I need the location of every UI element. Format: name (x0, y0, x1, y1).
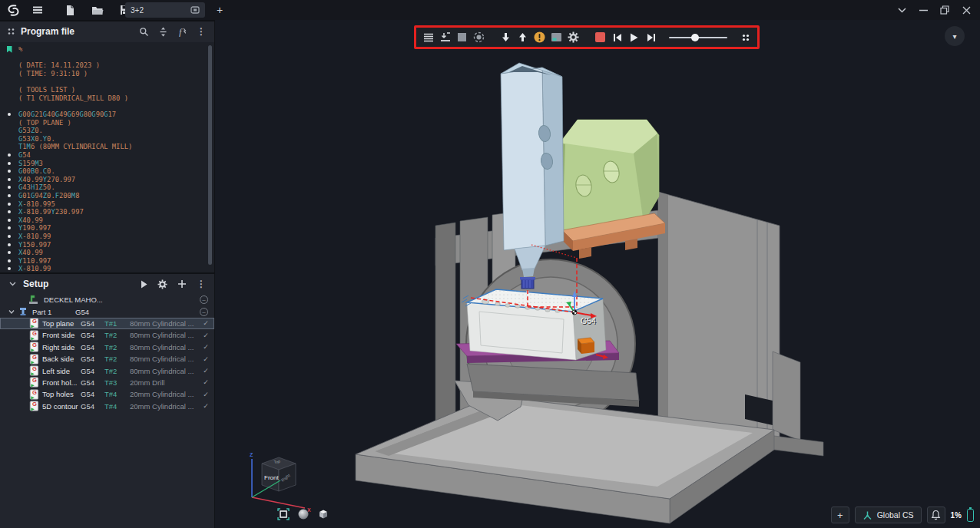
part-expand-chevron[interactable] (6, 310, 17, 314)
skip-to-start-button[interactable] (611, 31, 623, 44)
part-row[interactable]: Part 1 G54 – (0, 305, 214, 317)
slider-knob[interactable] (691, 34, 699, 41)
operation-row[interactable]: GBack sideG54T#280mm Cylindrical ...✓ (0, 353, 214, 365)
part-suppress-icon[interactable]: – (200, 308, 208, 316)
code-line[interactable]: Y110.997 (0, 256, 214, 265)
code-line[interactable]: X-810.99Y230.997 (0, 208, 214, 216)
code-line[interactable]: S159M3 (0, 159, 214, 167)
document-tab[interactable]: 3+2 (125, 2, 205, 18)
search-icon[interactable] (139, 27, 149, 37)
code-line[interactable]: ( T1 CYLINDRICAL_MILL D80 ) (0, 94, 214, 103)
stop-button[interactable] (594, 31, 606, 44)
main-menu-icon[interactable] (28, 2, 48, 18)
code-line[interactable]: T1M6 (80MM CYLINDRICAL MILL) (0, 143, 214, 151)
code-line[interactable]: ( TOOLS LIST ) (0, 86, 214, 94)
operation-row[interactable]: GLeft sideG54T#280mm Cylindrical ...✓ (0, 365, 214, 376)
open-file-icon[interactable] (88, 2, 108, 18)
code-line[interactable]: Y190.997 (0, 224, 214, 233)
focus-tool-icon[interactable] (473, 31, 485, 44)
operation-row[interactable]: GTop holesG54T#420mm Cylindrical ...✓ (0, 388, 214, 400)
select-box-icon[interactable] (275, 507, 292, 522)
postprocessor-icon[interactable]: f (177, 27, 187, 37)
panel-layout-icon[interactable] (551, 31, 562, 44)
code-line[interactable]: X-810.99 (0, 265, 214, 272)
add-operation-icon[interactable] (177, 279, 187, 289)
code-line[interactable]: X40.99Y270.997 (0, 176, 214, 184)
viewport-collapse-button[interactable]: ▾ (945, 26, 965, 46)
shaded-cube-icon[interactable] (315, 507, 332, 522)
code-line[interactable]: G01G94Z0.F200M8 (0, 192, 214, 200)
titlebar-chevron-icon[interactable] (891, 2, 912, 18)
viewport-3d[interactable]: G54 G54 (215, 20, 980, 528)
code-line[interactable] (0, 102, 214, 111)
drag-handle-icon[interactable] (8, 28, 15, 35)
new-tab-button[interactable]: + (212, 2, 227, 18)
code-scrollbar-thumb[interactable] (208, 45, 212, 265)
machine-3d-scene[interactable]: G54 G54 (215, 21, 980, 528)
new-file-icon[interactable] (60, 2, 80, 18)
program-text-icon[interactable] (422, 31, 434, 44)
step-down-icon[interactable] (500, 31, 512, 44)
code-line[interactable]: G00B0.C0. (0, 167, 214, 176)
code-line[interactable]: Y150.997 (0, 240, 214, 249)
skip-to-end-button[interactable] (645, 31, 657, 44)
code-line[interactable]: % (0, 45, 214, 54)
fold-all-icon[interactable] (159, 27, 167, 37)
program-menu-icon[interactable]: ⋮ (197, 26, 206, 37)
settings-icon[interactable] (568, 31, 579, 44)
code-line[interactable] (0, 78, 214, 86)
code-line[interactable]: X-810.995 (0, 200, 214, 208)
dots-grid-icon[interactable] (740, 31, 751, 44)
operation-checkbox[interactable]: ✓ (197, 367, 214, 375)
shaded-sphere-icon[interactable] (295, 507, 312, 522)
code-line[interactable]: ( DATE: 14.11.2023 ) (0, 61, 214, 70)
setup-collapse-chevron-icon[interactable] (9, 282, 16, 286)
code-line[interactable]: G00G21G40G49G69G80G90G17 (0, 111, 214, 119)
angle-fixture[interactable] (557, 120, 659, 232)
setup-menu-icon[interactable]: ⋮ (197, 279, 206, 289)
operation-row[interactable]: G5D contourG54T#420mm Cylindrical ...✓ (0, 401, 214, 412)
minimize-button[interactable] (912, 2, 934, 18)
add-cs-button[interactable]: + (831, 507, 849, 523)
gcode-editor[interactable]: %( DATE: 14.11.2023 )( TIME: 9:31:10 )( … (0, 42, 214, 272)
operation-name: Back side (42, 355, 81, 363)
code-line[interactable]: G43H1Z50. (0, 183, 214, 192)
operation-checkbox[interactable]: ✓ (197, 391, 214, 398)
notifications-button[interactable] (927, 507, 945, 523)
step-up-icon[interactable] (517, 31, 528, 44)
play-button[interactable] (628, 31, 640, 44)
operation-checkbox[interactable]: ✓ (197, 343, 214, 351)
code-line[interactable]: X40.99 (0, 249, 214, 257)
global-cs-button[interactable]: Global CS (855, 507, 922, 523)
operation-checkbox[interactable]: ✓ (197, 378, 214, 386)
run-simulation-icon[interactable] (141, 280, 147, 289)
operation-row[interactable]: GFront hol...G54T#320mm Drill✓ (0, 377, 214, 388)
code-scrollbar[interactable] (208, 44, 213, 271)
operation-row[interactable]: GTop planeG54T#180mm Cylindrical ...✓ (0, 318, 214, 329)
operation-row[interactable]: GRight sideG54T#280mm Cylindrical ...✓ (0, 342, 214, 353)
close-button[interactable] (955, 2, 977, 18)
setup-settings-icon[interactable] (157, 279, 167, 289)
restore-button[interactable] (934, 2, 955, 18)
code-line[interactable]: G53X0.Y0. (0, 135, 214, 144)
operation-name: 5D contour (42, 402, 81, 411)
code-line[interactable] (0, 54, 214, 62)
operation-checkbox[interactable]: ✓ (197, 402, 214, 410)
code-line[interactable]: ( TOP PLANE ) (0, 118, 214, 127)
goto-frame-icon[interactable] (439, 31, 451, 44)
code-line[interactable]: X-810.99 (0, 233, 214, 241)
simulation-speed-slider[interactable] (669, 31, 727, 44)
code-line[interactable]: X40.99 (0, 216, 214, 224)
stop-frame-icon[interactable] (456, 31, 468, 44)
machine-row[interactable]: DECKEL MAHO... – (0, 294, 214, 305)
code-line[interactable]: G53Z0. (0, 127, 214, 135)
warnings-icon[interactable] (534, 31, 545, 44)
machine-suppress-icon[interactable]: – (200, 295, 208, 304)
operation-row[interactable]: GFront sideG54T#280mm Cylindrical ...✓ (0, 329, 214, 341)
operation-checkbox[interactable]: ✓ (197, 319, 214, 327)
viewport-status-controls: + Global CS 1% (831, 507, 974, 523)
code-line[interactable]: ( TIME: 9:31:10 ) (0, 70, 214, 78)
operation-checkbox[interactable]: ✓ (197, 355, 214, 363)
operation-checkbox[interactable]: ✓ (197, 332, 214, 339)
code-line[interactable]: G54 (0, 151, 214, 160)
